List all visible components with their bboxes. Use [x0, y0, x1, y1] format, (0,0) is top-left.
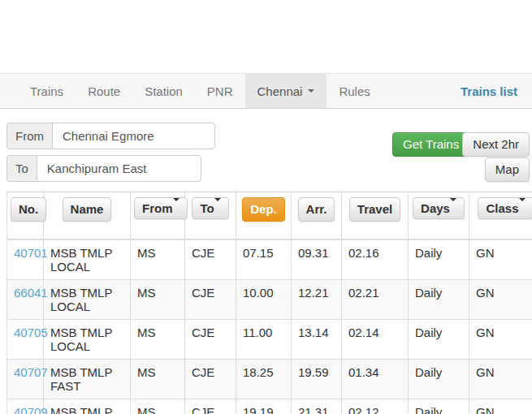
- travel-cell: 02.14: [342, 319, 409, 359]
- from-cell: MS: [131, 399, 185, 414]
- nav-item-label: Chennai: [257, 84, 303, 98]
- arr-cell: 19.59: [292, 359, 342, 399]
- nav-item-route[interactable]: Route: [76, 74, 132, 108]
- train-number-link[interactable]: 40709: [14, 405, 48, 414]
- table-row: 40709 MSB TMLP MS CJE 19.19 21.31 02.12 …: [7, 399, 532, 414]
- train-name-cell: MSB TMLP FAST: [44, 359, 131, 399]
- table-row: 40705 MSB TMLP LOCAL MS CJE 11.00 13.14 …: [7, 319, 532, 359]
- travel-cell: 02.12: [342, 399, 409, 414]
- filter-class-button[interactable]: Class: [478, 197, 532, 219]
- from-cell: MS: [131, 279, 185, 319]
- chevron-down-icon: [214, 198, 221, 215]
- dep-cell: 18.25: [236, 359, 292, 399]
- days-cell: Daily: [409, 239, 469, 280]
- days-cell: Daily: [409, 359, 469, 399]
- next-2hr-button[interactable]: Next 2hr: [462, 132, 530, 157]
- days-cell: Daily: [409, 319, 469, 359]
- to-cell: CJE: [185, 279, 236, 319]
- arr-cell: 12.21: [292, 279, 342, 319]
- nav-item-label: Station: [145, 84, 183, 98]
- sort-no-button[interactable]: No.: [11, 197, 46, 222]
- train-number-link[interactable]: 40701: [14, 246, 48, 260]
- train-name-cell: MSB TMLP: [44, 399, 131, 414]
- travel-cell: 02.21: [342, 279, 409, 319]
- filter-days-button[interactable]: Days: [413, 197, 465, 219]
- from-cell: MS: [131, 239, 185, 280]
- filter-from-label: From: [142, 201, 173, 215]
- chevron-down-icon: [308, 89, 314, 93]
- to-cell: CJE: [185, 319, 236, 359]
- dep-cell: 11.00: [236, 319, 292, 359]
- to-cell: CJE: [185, 399, 236, 414]
- map-button[interactable]: Map: [485, 157, 530, 182]
- table-header-row: No. Name From To Dep. Arr. Travel Days: [7, 192, 532, 239]
- filter-days-label: Days: [421, 201, 450, 215]
- nav-item-rules[interactable]: Rules: [327, 74, 382, 108]
- train-name-cell: MSB TMLP LOCAL: [44, 239, 131, 280]
- class-cell: GN: [469, 239, 532, 280]
- sort-travel-button[interactable]: Travel: [349, 197, 400, 222]
- table-row: 40707 MSB TMLP FAST MS CJE 18.25 19.59 0…: [7, 359, 532, 399]
- travel-cell: 02.16: [342, 239, 409, 280]
- arr-cell: 09.31: [292, 239, 342, 280]
- arr-cell: 13.14: [292, 319, 342, 359]
- main-nav: Trains Route Station PNR Chennai Rules T…: [0, 73, 532, 109]
- days-cell: Daily: [409, 279, 469, 319]
- class-cell: GN: [469, 399, 532, 414]
- class-cell: GN: [469, 319, 532, 359]
- chevron-down-icon: [173, 198, 179, 215]
- travel-cell: 01.34: [342, 359, 409, 399]
- class-cell: GN: [469, 359, 532, 399]
- days-cell: Daily: [409, 399, 469, 414]
- arr-cell: 21.31: [292, 399, 342, 414]
- to-label: To: [6, 155, 37, 182]
- from-label: From: [6, 123, 52, 149]
- from-input-group: From: [6, 123, 215, 149]
- nav-item-label: Rules: [339, 84, 370, 98]
- filter-class-label: Class: [486, 201, 518, 215]
- nav-item-label: PNR: [207, 84, 233, 98]
- search-form: From To Get Trains Next 2hr Map: [0, 109, 532, 192]
- sort-dep-button-active[interactable]: Dep.: [242, 197, 285, 222]
- nav-item-trains[interactable]: Trains: [18, 74, 76, 108]
- filter-from-button[interactable]: From: [134, 197, 188, 219]
- chevron-down-icon: [450, 198, 456, 215]
- sort-arr-button[interactable]: Arr.: [298, 197, 335, 222]
- train-number-link[interactable]: 40707: [14, 365, 48, 379]
- filter-to-label: To: [200, 201, 214, 215]
- dep-cell: 19.19: [236, 399, 292, 414]
- from-station-input[interactable]: [52, 123, 215, 149]
- chevron-down-icon: [519, 198, 526, 215]
- to-input-group: To: [6, 155, 201, 182]
- sort-name-button[interactable]: Name: [63, 197, 112, 222]
- train-name-cell: MSB TMLP LOCAL: [44, 279, 131, 319]
- to-cell: CJE: [185, 359, 236, 399]
- dep-cell: 07.15: [236, 239, 292, 280]
- table-row: 66041 MSB TMLP LOCAL MS CJE 10.00 12.21 …: [7, 279, 532, 319]
- trains-list-link[interactable]: Trains list: [461, 74, 517, 109]
- from-cell: MS: [131, 319, 185, 359]
- to-cell: CJE: [185, 239, 236, 280]
- nav-item-label: Trains: [30, 84, 63, 98]
- nav-item-pnr[interactable]: PNR: [195, 74, 245, 108]
- trains-table: No. Name From To Dep. Arr. Travel Days: [6, 192, 532, 414]
- table-row: 40701 MSB TMLP LOCAL MS CJE 07.15 09.31 …: [7, 239, 532, 280]
- to-station-input[interactable]: [37, 155, 201, 182]
- nav-item-station[interactable]: Station: [132, 74, 195, 108]
- train-number-link[interactable]: 66041: [14, 286, 48, 300]
- dep-cell: 10.00: [236, 279, 292, 319]
- filter-to-button[interactable]: To: [192, 197, 228, 219]
- class-cell: GN: [469, 279, 532, 319]
- nav-item-chennai-dropdown[interactable]: Chennai: [245, 74, 327, 108]
- train-name-cell: MSB TMLP LOCAL: [44, 319, 131, 359]
- nav-item-label: Route: [88, 84, 120, 98]
- train-number-link[interactable]: 40705: [14, 326, 48, 339]
- from-cell: MS: [131, 359, 185, 399]
- get-trains-button[interactable]: Get Trains: [392, 132, 469, 157]
